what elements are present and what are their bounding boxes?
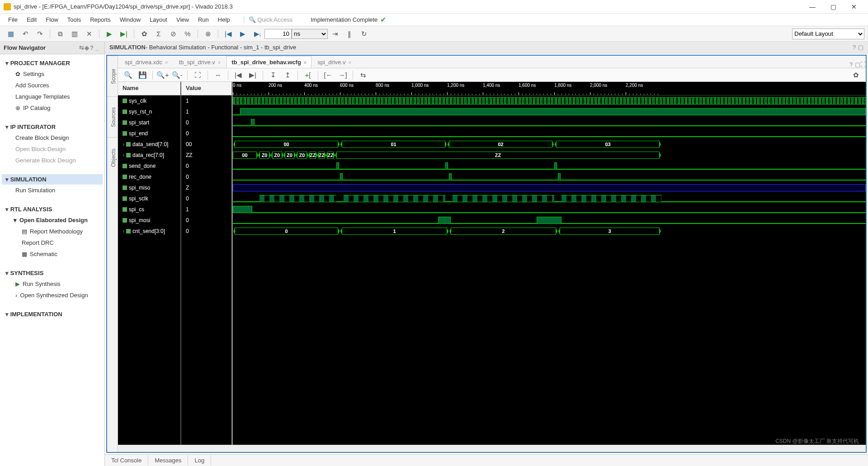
sim-max-icon[interactable]: ▢: [858, 44, 863, 51]
add-marker-icon[interactable]: ↧: [267, 69, 279, 81]
signal-name[interactable]: send_done: [118, 161, 180, 171]
nav-schematic[interactable]: ▦Schematic: [2, 248, 103, 260]
cancel-icon[interactable]: ⊘: [167, 28, 179, 40]
menu-file[interactable]: File: [4, 16, 22, 23]
signal-name[interactable]: spi_start: [118, 117, 180, 128]
nav-ip-catalog[interactable]: ⊕IP Catalog: [2, 102, 103, 114]
quick-access-input[interactable]: 🔍 Quick Access: [244, 16, 297, 23]
forward-button[interactable]: ↷: [33, 28, 46, 40]
signal-name[interactable]: › cnt_send[3:0]: [118, 226, 180, 237]
signal-name[interactable]: rec_done: [118, 171, 180, 182]
collapse-icon[interactable]: ⇆: [79, 44, 85, 51]
save-icon[interactable]: 💾: [136, 69, 149, 81]
signal-name[interactable]: › data_rec[7:0]: [118, 150, 180, 161]
copy-button[interactable]: ⧉: [54, 28, 66, 40]
h-scrollbar[interactable]: [118, 445, 866, 452]
next-edge-icon[interactable]: ▶|: [246, 69, 259, 81]
time-ruler[interactable]: 0 ns200 ns400 ns600 ns800 ns1,000 ns1,20…: [233, 82, 866, 95]
new-button[interactable]: ▦: [5, 28, 17, 40]
signal-name[interactable]: sys_rst_n: [118, 106, 180, 117]
menu-flow[interactable]: Flow: [41, 16, 62, 23]
back-button[interactable]: ↶: [19, 28, 32, 40]
nav-settings[interactable]: ✿Settings: [2, 68, 103, 80]
nav-implementation[interactable]: IMPLEMENTATION: [2, 309, 103, 319]
ft-window-icon[interactable]: ▢: [855, 61, 860, 68]
nav-add-sources[interactable]: Add Sources: [2, 80, 103, 91]
menu-help[interactable]: Help: [213, 16, 235, 23]
prev-edge-icon[interactable]: |◀: [232, 69, 245, 81]
pause-icon[interactable]: ‖: [343, 28, 356, 40]
maximize-button[interactable]: ▢: [823, 0, 844, 14]
nav-report-methodology[interactable]: ▤Report Methodology: [2, 226, 103, 237]
layout-select[interactable]: Default Layout: [792, 29, 864, 39]
nav-open-elaborated[interactable]: ▾ Open Elaborated Design: [2, 214, 103, 226]
ft-max-icon[interactable]: ⛶: [860, 61, 866, 68]
pin-icon[interactable]: ◈: [85, 44, 90, 51]
signal-name[interactable]: › data_send[7:0]: [118, 139, 180, 150]
ft-help-icon[interactable]: ?: [849, 61, 855, 68]
nav-simulation[interactable]: SIMULATION: [2, 174, 103, 185]
signal-name[interactable]: spi_sclk: [118, 193, 180, 204]
time-unit-select[interactable]: ns: [292, 29, 328, 39]
minimize-button[interactable]: —: [802, 0, 823, 14]
nav-run-simulation[interactable]: Run Simulation: [2, 185, 103, 196]
nav-open-block[interactable]: Open Block Design: [2, 143, 103, 155]
delete-button[interactable]: ✕: [83, 28, 95, 40]
waveform-viewer[interactable]: Name sys_clk sys_rst_n spi_start spi_end…: [118, 82, 866, 445]
tab-tcl[interactable]: Tcl Console: [105, 455, 148, 466]
tab-messages[interactable]: Messages: [148, 455, 188, 466]
menu-run[interactable]: Run: [193, 16, 213, 23]
tab-log[interactable]: Log: [188, 455, 211, 466]
wave-settings-icon[interactable]: ✿: [849, 69, 862, 81]
signal-name[interactable]: spi_cs: [118, 204, 180, 215]
link-icon[interactable]: %: [181, 28, 194, 40]
zoom-in-icon[interactable]: 🔍+: [156, 69, 169, 81]
nav-language-templates[interactable]: Language Templates: [2, 91, 103, 102]
close-icon[interactable]: ×: [348, 60, 351, 65]
menu-layout[interactable]: Layout: [145, 16, 172, 23]
menu-edit[interactable]: Edit: [22, 16, 41, 23]
zoom-out-icon[interactable]: 🔍-: [171, 69, 184, 81]
sigma-icon[interactable]: Σ: [152, 28, 165, 40]
nav-open-synth[interactable]: › Open Synthesized Design: [2, 290, 103, 301]
nav-run-synthesis[interactable]: ▶Run Synthesis: [2, 278, 103, 290]
help-icon[interactable]: ?: [90, 44, 95, 51]
swap-icon[interactable]: ⇆: [357, 69, 369, 81]
nav-report-drc[interactable]: Report DRC: [2, 237, 103, 248]
menu-reports[interactable]: Reports: [85, 16, 115, 23]
nav-generate-block[interactable]: Generate Block Design: [2, 155, 103, 166]
tab-wcfg[interactable]: tb_spi_drive_behav.wcfg×: [226, 56, 311, 68]
nav-synthesis[interactable]: SYNTHESIS: [2, 268, 103, 278]
tab-xdc[interactable]: spi_drivea.xdc×: [120, 56, 173, 68]
close-button[interactable]: ✕: [844, 0, 864, 14]
signal-name[interactable]: spi_end: [118, 128, 180, 139]
step-icon[interactable]: ▶ᵢ: [251, 28, 264, 40]
tab-scope[interactable]: Scope: [107, 56, 118, 96]
cursor-icon[interactable]: ↔: [212, 69, 224, 81]
play-icon[interactable]: ▶: [236, 28, 249, 40]
search-icon[interactable]: 🔍: [122, 69, 134, 81]
marker2-icon[interactable]: ↥: [281, 69, 294, 81]
restart-icon[interactable]: |◀: [222, 28, 235, 40]
nav-create-block[interactable]: Create Block Design: [2, 132, 103, 143]
run-time-input[interactable]: [264, 29, 292, 39]
group-icon[interactable]: [←: [322, 69, 335, 81]
wave-canvas[interactable]: 0001020300Z0Z0Z0Z0ZZZZZZZZ0123: [233, 95, 866, 237]
close-icon[interactable]: ×: [304, 60, 307, 65]
run-button[interactable]: ▶: [103, 28, 116, 40]
sim-help-icon[interactable]: ?: [853, 44, 858, 51]
signal-name[interactable]: spi_mosi: [118, 215, 180, 226]
ungroup-icon[interactable]: →]: [336, 69, 349, 81]
reset-icon[interactable]: ⊗: [202, 28, 214, 40]
run-step-button[interactable]: ▶|: [118, 28, 130, 40]
paste-button[interactable]: ▥: [68, 28, 81, 40]
nav-project-manager[interactable]: PROJECT MANAGER: [2, 58, 103, 68]
menu-tools[interactable]: Tools: [63, 16, 85, 23]
more-icon[interactable]: _: [95, 44, 101, 51]
tab-tb[interactable]: tb_spi_drive.v×: [174, 56, 226, 68]
add-signal-icon[interactable]: +[: [302, 69, 314, 81]
close-icon[interactable]: ×: [218, 60, 221, 65]
settings-icon[interactable]: ✿: [138, 28, 151, 40]
signal-name[interactable]: sys_clk: [118, 95, 180, 106]
close-icon[interactable]: ×: [165, 60, 168, 65]
